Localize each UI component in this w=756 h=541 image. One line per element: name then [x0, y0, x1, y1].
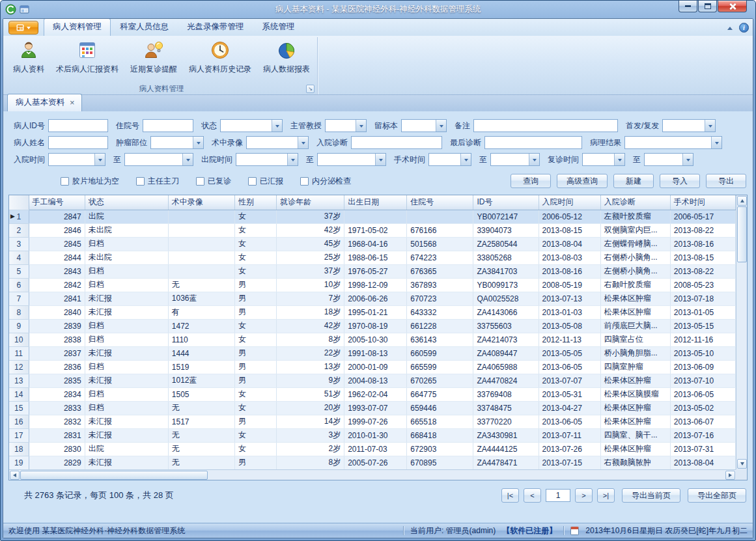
page-number-input[interactable]	[546, 489, 570, 502]
quick-access-icon[interactable]	[20, 5, 29, 14]
horizontal-scroll-thumb[interactable]	[20, 471, 208, 480]
filter-combo-admission-from[interactable]	[48, 153, 105, 166]
dropdown-arrow-icon[interactable]	[356, 120, 366, 132]
filter-input-patient-id[interactable]	[48, 119, 108, 132]
checkbox-film-address-empty[interactable]: 胶片地址为空	[61, 176, 119, 187]
ribbon-button-postop-report[interactable]: 术后病人汇报资料	[50, 37, 124, 81]
scroll-up-icon[interactable]	[737, 196, 747, 206]
dropdown-arrow-icon[interactable]	[287, 154, 298, 165]
filter-combo-first-or-recurrent[interactable]	[662, 119, 716, 132]
filter-combo-specimen[interactable]	[401, 119, 447, 132]
filter-combo-revisit-from[interactable]	[582, 153, 625, 166]
filter-combo-chief-professor[interactable]	[325, 119, 367, 132]
table-row[interactable]: 192829未汇报无男8岁2005-07-26670895ZA447847120…	[9, 456, 736, 469]
export-all-pages-button[interactable]: 导出全部页	[688, 488, 746, 503]
filter-combo-status[interactable]	[220, 119, 283, 132]
table-row[interactable]: 162832未汇报1517男14岁1999-07-266655183377022…	[9, 415, 736, 428]
export-button[interactable]: 导出	[706, 174, 746, 188]
checkbox-reported[interactable]: 已汇报	[248, 176, 283, 187]
ribbon-button-data-report[interactable]: 病人数据报表	[257, 37, 316, 81]
column-header-6[interactable]: 出生日期	[344, 195, 407, 210]
ribbon-tab-1[interactable]: 病人资料管理	[44, 18, 111, 36]
tab-close-icon[interactable]: ×	[70, 100, 75, 106]
table-row[interactable]: ▶12847出院女37岁YB00721472006-05-12左额叶胶质瘤200…	[9, 210, 736, 223]
dropdown-arrow-icon[interactable]	[705, 120, 715, 132]
table-row[interactable]: 92839归档1472女42岁1970-08-19661228337556032…	[9, 319, 736, 333]
table-row[interactable]: 62842归档无男10岁1998-12-09367893YB0099173200…	[9, 278, 736, 292]
collapse-ribbon-icon[interactable]	[727, 24, 733, 30]
column-header-4[interactable]: 性别	[234, 195, 276, 210]
table-row[interactable]: 82840未汇报有男18岁1995-01-21643332ZA414306620…	[9, 305, 736, 319]
filter-input-final-diagnosis[interactable]	[484, 136, 582, 149]
dropdown-arrow-icon[interactable]	[193, 137, 203, 148]
filter-combo-surgery-from[interactable]	[428, 153, 471, 166]
vertical-scrollbar[interactable]	[736, 195, 747, 469]
minimize-button[interactable]	[679, 1, 697, 12]
checkbox-endocrine-exam[interactable]: 内分泌检查	[300, 176, 351, 187]
table-row[interactable]: 112837未汇报1444男22岁1991-08-13660599ZA40894…	[9, 346, 736, 360]
column-header-8[interactable]: ID号	[473, 195, 539, 210]
ribbon-button-history-record[interactable]: 病人资料历史记录	[183, 37, 257, 81]
next-page-button[interactable]: >	[575, 488, 593, 503]
filter-combo-pathology-result[interactable]	[624, 136, 722, 149]
table-row[interactable]: 132835未汇报1012蓝男9岁2004-08-13670265ZA44708…	[9, 374, 736, 387]
column-header-5[interactable]: 就诊年龄	[277, 195, 344, 210]
dropdown-arrow-icon[interactable]	[298, 137, 308, 148]
filter-input-admission-diagnosis[interactable]	[351, 136, 442, 149]
dropdown-arrow-icon[interactable]	[682, 154, 693, 165]
ribbon-button-revisit-reminder[interactable]: 近期复诊提醒	[124, 37, 183, 81]
column-header-9[interactable]: 入院时间	[539, 195, 600, 210]
vertical-scroll-thumb[interactable]	[737, 206, 747, 262]
maximize-button[interactable]	[698, 1, 717, 12]
dropdown-arrow-icon[interactable]	[436, 120, 446, 132]
last-page-button[interactable]: >|	[597, 488, 615, 503]
prev-page-button[interactable]: <	[524, 488, 541, 503]
filter-combo-surgery-to[interactable]	[490, 153, 540, 166]
table-row[interactable]: 32845归档女45岁1968-04-16501568ZA25805442013…	[9, 237, 736, 251]
ribbon-tab-3[interactable]: 光盘录像带管理	[178, 18, 253, 36]
dropdown-arrow-icon[interactable]	[182, 154, 193, 165]
ribbon-tab-2[interactable]: 科室人员信息	[111, 18, 178, 36]
first-page-button[interactable]: |<	[501, 488, 519, 503]
dropdown-arrow-icon[interactable]	[94, 154, 105, 165]
table-row[interactable]: 172831未汇报无女3岁2010-01-30668418ZA343098120…	[9, 428, 736, 442]
column-header-7[interactable]: 住院号	[407, 195, 473, 210]
horizontal-scrollbar[interactable]	[9, 469, 736, 480]
ribbon-button-patient[interactable]: 病人资料	[7, 37, 50, 81]
import-button[interactable]: 导入	[660, 174, 700, 188]
dropdown-arrow-icon[interactable]	[529, 154, 539, 165]
table-row[interactable]: 22846未出院女42岁1971-05-02676166339040732013…	[9, 223, 736, 237]
dropdown-arrow-icon[interactable]	[614, 154, 624, 165]
checkbox-director-surgeon[interactable]: 主任主刀	[136, 176, 179, 187]
ribbon-tab-4[interactable]: 系统管理	[253, 18, 304, 36]
filter-input-patient-name[interactable]	[48, 136, 108, 149]
info-icon[interactable]: i	[739, 23, 749, 33]
column-header-11[interactable]: 手术时间	[670, 195, 735, 210]
scroll-down-icon[interactable]	[737, 459, 747, 469]
document-tab-patient-info[interactable]: 病人基本资料 ×	[7, 94, 82, 111]
table-row[interactable]: 102838归档1110女8岁2005-10-30636143ZA4214073…	[9, 333, 736, 346]
column-header-1[interactable]: 手工编号	[29, 195, 85, 210]
table-row[interactable]: 72841未汇报1036蓝男7岁2006-06-26670723QA002552…	[9, 292, 736, 305]
filter-combo-discharge-from[interactable]	[236, 153, 298, 166]
table-row[interactable]: 42844未出院女25岁1988-06-15674223338052682013…	[9, 251, 736, 264]
table-row[interactable]: 142834归档1505女51岁1962-02-0466477533769408…	[9, 387, 736, 401]
advanced-query-button[interactable]: 高级查询	[557, 174, 608, 188]
table-row[interactable]: 52843归档女37岁1976-05-27676365ZA38417032013…	[9, 264, 736, 278]
scroll-right-icon[interactable]	[725, 471, 735, 480]
table-row[interactable]: 122836归档1519男13岁2000-01-09665599ZA406598…	[9, 360, 736, 374]
dropdown-arrow-icon[interactable]	[375, 154, 385, 165]
column-header-3[interactable]: 术中录像	[168, 195, 234, 210]
column-header-10[interactable]: 入院诊断	[600, 195, 670, 210]
dropdown-arrow-icon[interactable]	[460, 154, 471, 165]
dropdown-arrow-icon[interactable]	[272, 120, 282, 132]
dialog-launcher-icon[interactable]	[306, 85, 315, 93]
column-header-2[interactable]: 状态	[85, 195, 168, 210]
filter-combo-tumor-site[interactable]	[150, 136, 204, 149]
filter-combo-surgery-video[interactable]	[246, 136, 309, 149]
new-button[interactable]: 新建	[613, 174, 654, 188]
export-current-page-button[interactable]: 导出当前页	[622, 488, 680, 503]
application-menu-button[interactable]	[8, 21, 38, 35]
table-row[interactable]: 152833归档无女20岁1993-07-0765944633748475201…	[9, 401, 736, 415]
filter-combo-admission-to[interactable]	[124, 153, 193, 166]
